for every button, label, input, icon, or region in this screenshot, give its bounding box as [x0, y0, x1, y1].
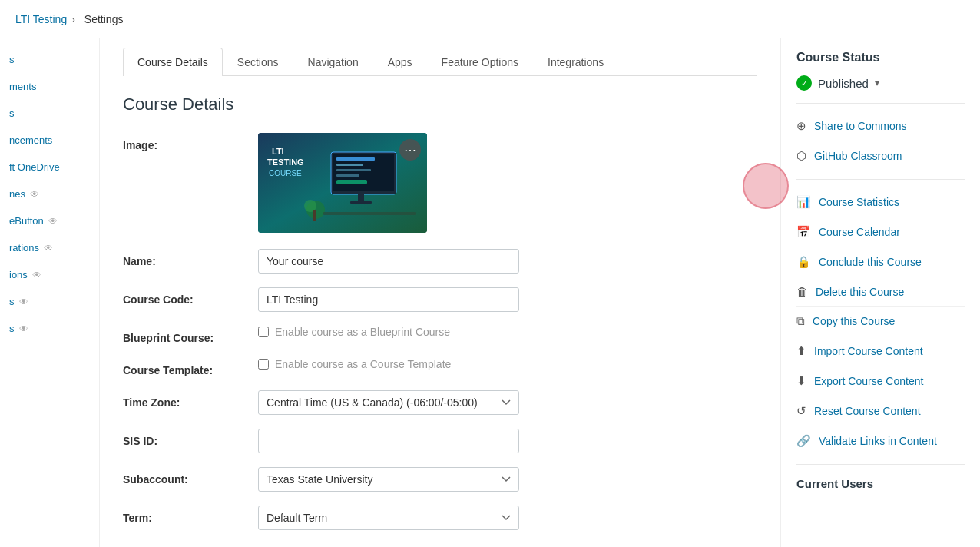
- share-commons-label: Share to Commons: [814, 120, 907, 132]
- github-label: GitHub Classroom: [814, 150, 902, 162]
- sis-label: SIS ID:: [123, 429, 246, 447]
- validate-links-link[interactable]: 🔗 Validate Links in Content: [796, 426, 965, 456]
- import-course-link[interactable]: ⬆ Import Course Content: [796, 336, 965, 366]
- right-sidebar: Course Status ✓ Published ▾ ⊕ Share to C…: [780, 38, 980, 547]
- sidebar-item-s[interactable]: s: [0, 46, 99, 73]
- divider-1: [796, 103, 965, 104]
- sidebar-item-ions[interactable]: ions 👁: [0, 261, 99, 288]
- left-sidebar: s ments s ncements ft OneDrive nes 👁 eBu…: [0, 38, 100, 547]
- image-label: Image:: [123, 133, 246, 151]
- sidebar-label: nes: [9, 188, 25, 200]
- sidebar-item-s2[interactable]: s: [0, 100, 99, 127]
- sidebar-item-s4[interactable]: s 👁: [0, 315, 99, 342]
- sis-row: SIS ID:: [123, 429, 757, 453]
- trash-icon: 🗑: [796, 285, 808, 298]
- delete-course-link[interactable]: 🗑 Delete this Course: [796, 277, 965, 307]
- blueprint-field: Enable course as a Blueprint Course: [258, 326, 519, 344]
- copy-icon: ⧉: [796, 314, 805, 328]
- svg-rect-9: [336, 174, 359, 177]
- breadcrumb: LTI Testing › Settings: [0, 0, 980, 38]
- tab-feature-options[interactable]: Feature Options: [427, 48, 533, 76]
- term-row: Term: Default Term: [123, 506, 757, 530]
- svg-rect-10: [336, 180, 367, 184]
- status-row: ✓ Published ▾: [796, 75, 965, 91]
- reset-label: Reset Course Content: [814, 405, 921, 417]
- divider-3: [796, 464, 965, 465]
- image-menu-button[interactable]: ⋯: [399, 139, 421, 161]
- image-row: Image:: [123, 133, 757, 235]
- course-calendar-label: Course Calendar: [819, 226, 900, 238]
- sidebar-label: rations: [9, 242, 39, 254]
- reset-course-link[interactable]: ↺ Reset Course Content: [796, 396, 965, 426]
- course-code-input[interactable]: [258, 287, 519, 312]
- template-row: Course Template: Enable course as a Cour…: [123, 358, 757, 376]
- blueprint-checkbox[interactable]: [258, 327, 269, 337]
- conclude-label: Conclude this Course: [819, 256, 922, 268]
- sidebar-label: s: [9, 323, 15, 334]
- tab-sections[interactable]: Sections: [223, 48, 293, 76]
- visibility-icon: 👁: [44, 243, 53, 254]
- timezone-select[interactable]: Central Time (US & Canada) (-06:00/-05:0…: [258, 390, 519, 415]
- sidebar-item-s3[interactable]: s 👁: [0, 288, 99, 315]
- template-checkbox[interactable]: [258, 359, 269, 370]
- image-container: LTI TESTING COURSE: [258, 133, 427, 233]
- export-label: Export Course Content: [814, 375, 923, 387]
- sis-field: [258, 429, 519, 453]
- course-status-title: Course Status: [796, 51, 965, 65]
- sidebar-item-ments[interactable]: ments: [0, 73, 99, 100]
- calendar-icon: 📅: [796, 225, 811, 239]
- export-course-link[interactable]: ⬇ Export Course Content: [796, 366, 965, 396]
- term-label: Term:: [123, 506, 246, 524]
- sidebar-item-ncements[interactable]: ncements: [0, 127, 99, 154]
- svg-text:COURSE: COURSE: [269, 169, 302, 177]
- svg-rect-16: [323, 212, 416, 215]
- conclude-course-link[interactable]: 🔒 Conclude this Course: [796, 247, 965, 277]
- blueprint-checkbox-label: Enable course as a Blueprint Course: [275, 326, 450, 338]
- image-field: LTI TESTING COURSE: [258, 133, 519, 235]
- course-calendar-link[interactable]: 📅 Course Calendar: [796, 217, 965, 247]
- github-classroom-link[interactable]: ⬡ GitHub Classroom: [796, 141, 965, 171]
- course-statistics-link[interactable]: 📊 Course Statistics: [796, 187, 965, 217]
- reset-icon: ↺: [796, 404, 806, 418]
- term-field: Default Term: [258, 506, 519, 530]
- sidebar-label: ft OneDrive: [9, 161, 60, 173]
- copy-course-link[interactable]: ⧉ Copy this Course: [796, 307, 965, 336]
- course-code-row: Course Code:: [123, 287, 757, 312]
- svg-rect-15: [313, 210, 316, 221]
- sidebar-item-rations[interactable]: rations 👁: [0, 234, 99, 261]
- sidebar-item-nes[interactable]: nes 👁: [0, 181, 99, 207]
- lock-icon: 🔒: [796, 255, 811, 269]
- sidebar-label: s: [9, 108, 15, 119]
- validate-label: Validate Links in Content: [819, 435, 937, 447]
- tab-apps[interactable]: Apps: [373, 48, 427, 76]
- sidebar-item-ebutton[interactable]: eButton 👁: [0, 207, 99, 234]
- svg-text:TESTING: TESTING: [267, 157, 304, 167]
- tab-course-details[interactable]: Course Details: [123, 48, 223, 76]
- svg-rect-12: [350, 201, 372, 204]
- term-select[interactable]: Default Term: [258, 506, 519, 530]
- name-row: Name:: [123, 249, 757, 274]
- sidebar-label: s: [9, 54, 15, 65]
- visibility-icon: 👁: [30, 189, 39, 200]
- sidebar-label: ments: [9, 81, 36, 92]
- timezone-label: Time Zone:: [123, 390, 246, 409]
- visibility-icon: 👁: [19, 323, 28, 334]
- share-to-commons-link[interactable]: ⊕ Share to Commons: [796, 111, 965, 141]
- divider-2: [796, 179, 965, 180]
- course-statistics-label: Course Statistics: [819, 196, 899, 208]
- tab-navigation[interactable]: Navigation: [293, 48, 373, 76]
- sidebar-label: eButton: [9, 215, 44, 227]
- tab-integrations[interactable]: Integrations: [533, 48, 618, 76]
- course-code-field: [258, 287, 519, 312]
- breadcrumb-link[interactable]: LTI Testing: [15, 13, 67, 25]
- sidebar-item-onedrive[interactable]: ft OneDrive: [0, 154, 99, 181]
- sidebar-label: s: [9, 296, 15, 307]
- sis-input[interactable]: [258, 429, 519, 453]
- status-label: Published: [818, 77, 869, 90]
- visibility-icon: 👁: [48, 216, 58, 227]
- subaccount-select[interactable]: Texas State University: [258, 467, 519, 492]
- breadcrumb-current: Settings: [84, 13, 124, 25]
- status-chevron-icon[interactable]: ▾: [875, 78, 879, 88]
- name-input[interactable]: [258, 249, 519, 274]
- share-icon: ⊕: [796, 119, 806, 133]
